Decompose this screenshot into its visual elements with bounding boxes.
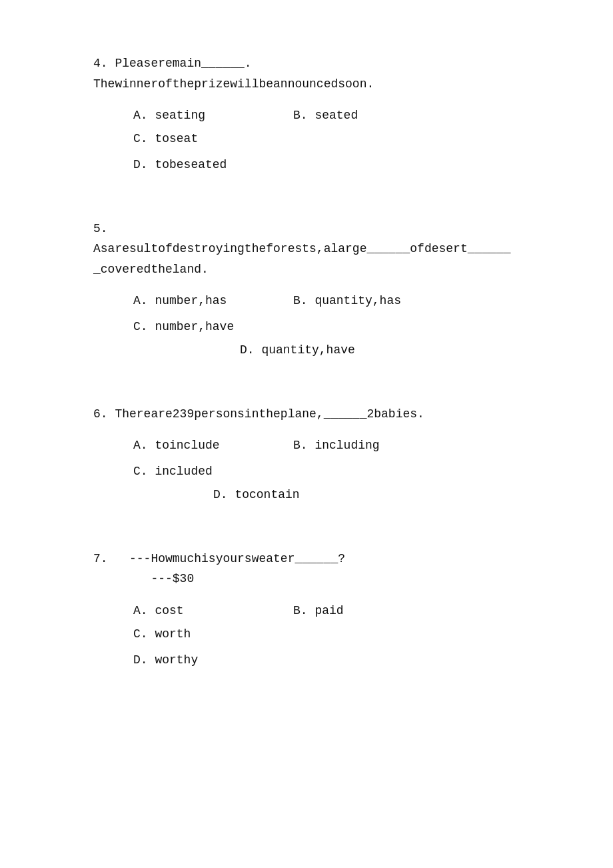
question-7-options: A. cost B. paid C. worth D. worthy [93,601,520,673]
question-6-text: 6. Thereare239personsintheplane,______2b… [93,404,520,425]
question-5: 5. Asaresultofdestroyingtheforests,alarg… [93,219,520,364]
question-7-option-c: C. worth [133,625,280,644]
question-5-options: A. number,has B. quantity,has C. number,… [93,291,520,363]
question-5-option-c: C. number,have [133,317,506,337]
question-6-option-c: C. included [133,462,506,481]
question-5-option-b: B. quantity,has [293,291,440,311]
question-4-option-d: D. tobeseated [133,155,506,175]
question-7-option-a: A. cost [133,601,280,621]
question-6: 6. Thereare239personsintheplane,______2b… [93,404,520,509]
question-5-option-d: D. quantity,have [133,341,355,360]
question-7-text: 7. ---Howmuchisyoursweater______? ---$30 [93,549,520,589]
question-4-option-a: A. seating [133,106,280,125]
question-4-text: 4. Pleaseremain______. Thewinnerofthepri… [93,53,520,94]
question-4-option-b: B. seated [293,106,440,125]
question-5-option-a: A. number,has [133,291,280,311]
question-4-options: A. seating B. seated C. toseat D. tobese… [93,106,520,178]
question-4: 4. Pleaseremain______. Thewinnerofthepri… [93,53,520,179]
question-7-option-b: B. paid [293,601,440,621]
question-5-text: 5. Asaresultofdestroyingtheforests,alarg… [93,219,520,280]
question-7: 7. ---Howmuchisyoursweater______? ---$30… [93,549,520,674]
question-4-option-c: C. toseat [133,129,280,149]
question-7-option-d: D. worthy [133,651,506,670]
question-6-option-b: B. including [293,436,440,455]
question-6-option-a: A. toinclude [133,436,280,455]
question-6-option-d: D. tocontain [133,485,300,505]
question-6-options: A. toinclude B. including C. included D.… [93,436,520,508]
